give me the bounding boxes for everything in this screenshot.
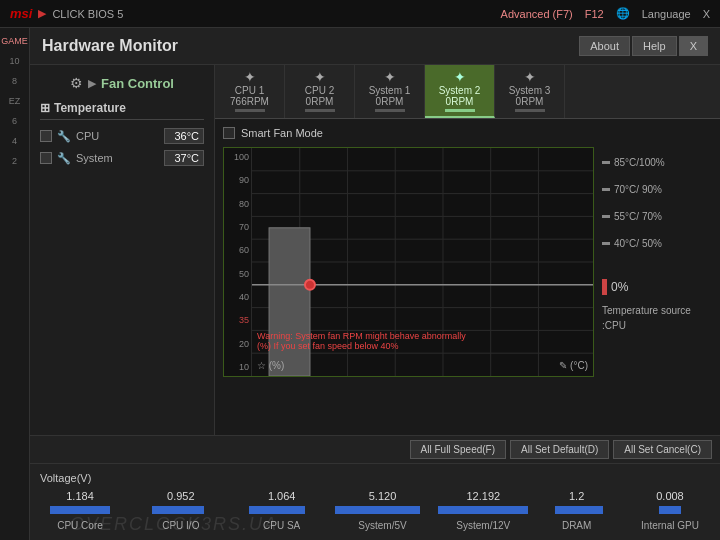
bios-name: CLICK BIOS 5 <box>52 8 123 20</box>
scale-row-4: 40°C/ 50% <box>602 238 712 249</box>
voltage-labels-row: CPU Core CPU I/O CPU SA System/5V System… <box>40 520 710 531</box>
celsius-icon: ✎ (°C) <box>559 360 588 371</box>
scale-bar-1 <box>602 161 610 164</box>
set-default-button[interactable]: All Set Default(D) <box>510 440 609 459</box>
voltage-lbl-0: CPU Core <box>40 520 120 531</box>
top-bar-right: Advanced (F7) F12 🌐 Language X <box>501 7 710 20</box>
scale-label-1: 85°C/100% <box>614 157 665 168</box>
scale-row-3: 55°C/ 70% <box>602 211 712 222</box>
voltage-bar-wrap-2 <box>237 506 317 514</box>
voltage-bar-0 <box>50 506 110 514</box>
sidebar-item-game[interactable]: GAME <box>0 33 29 49</box>
sidebar-item-8[interactable]: 8 <box>0 73 29 89</box>
voltage-lbl-2: CPU SA <box>242 520 322 531</box>
percent-bar-indicator <box>602 279 607 295</box>
fan-tab-cpu2[interactable]: ✦ CPU 2 0RPM <box>285 65 355 118</box>
fan-tab-name-sys1: System 1 <box>369 85 411 96</box>
y-label-40: 40 <box>226 292 249 302</box>
y-label-70: 70 <box>226 222 249 232</box>
voltage-lbl-3: System/5V <box>342 520 422 531</box>
sidebar-item-4[interactable]: 4 <box>0 133 29 149</box>
voltage-bar-wrap-6 <box>630 506 710 514</box>
y-label-50: 50 <box>226 269 249 279</box>
voltage-title: Voltage(V) <box>40 472 710 484</box>
percent-display: 0% <box>602 279 712 295</box>
fan-tab-icon-cpu1: ✦ <box>244 69 256 85</box>
system-temp-checkbox[interactable] <box>40 152 52 164</box>
voltage-val-4: 12.192 <box>443 490 523 502</box>
top-close-btn[interactable]: X <box>703 8 710 20</box>
cpu-temp-label: CPU <box>76 130 159 142</box>
fan-tab-rpm-cpu2: 0RPM <box>306 96 334 107</box>
warning-area: Warning: System fan RPM might behave abn… <box>257 331 588 351</box>
msi-logo: msi <box>10 6 32 21</box>
fan-tab-name-sys3: System 3 <box>509 85 551 96</box>
voltage-lbl-5: DRAM <box>544 520 609 531</box>
sidebar-item-ez[interactable]: EZ <box>0 93 29 109</box>
fan-tab-rpm-sys3: 0RPM <box>516 96 544 107</box>
graph-bottom-row: ☆ (%) ✎ (°C) <box>257 360 588 371</box>
warning-text-2: (%) If you set fan speed below 40% <box>257 341 588 351</box>
voltage-val-3: 5.120 <box>342 490 422 502</box>
smart-fan-row: Smart Fan Mode <box>223 127 594 139</box>
cpu-temp-checkbox[interactable] <box>40 130 52 142</box>
fan-tab-icon-sys3: ✦ <box>524 69 536 85</box>
fan-tab-sys2[interactable]: ✦ System 2 0RPM <box>425 65 495 118</box>
smart-fan-checkbox[interactable] <box>223 127 235 139</box>
fan-tab-name-cpu1: CPU 1 <box>235 85 264 96</box>
scale-bar-2 <box>602 188 610 191</box>
smart-fan-label: Smart Fan Mode <box>241 127 323 139</box>
sidebar-item-6[interactable]: 6 <box>0 113 29 129</box>
fan-tab-bar-cpu2 <box>305 109 335 112</box>
mode-label: Advanced (F7) <box>501 8 573 20</box>
voltage-lbl-4: System/12V <box>443 520 523 531</box>
fan-tab-icon-sys2: ✦ <box>454 69 466 85</box>
fan-tab-bar-sys1 <box>375 109 405 112</box>
language-label[interactable]: Language <box>642 8 691 20</box>
graph-container: Smart Fan Mode 100 90 80 70 60 50 40 <box>215 119 720 385</box>
sidebar-item-10[interactable]: 10 <box>0 53 29 69</box>
voltage-bar-wrap-0 <box>40 506 120 514</box>
fan-panel: ⚙ ▶ Fan Control ⊞ Temperature 🔧 CPU 36°C… <box>30 65 720 435</box>
full-speed-button[interactable]: All Full Speed(F) <box>410 440 506 459</box>
page-header: Hardware Monitor About Help X <box>30 28 720 65</box>
cpu-wrench-icon: 🔧 <box>57 130 71 143</box>
voltage-bar-5 <box>555 506 603 514</box>
fan-tab-sys1[interactable]: ✦ System 1 0RPM <box>355 65 425 118</box>
voltage-bar-2 <box>249 506 305 514</box>
sidebar-item-2[interactable]: 2 <box>0 153 29 169</box>
voltage-val-2: 1.064 <box>242 490 322 502</box>
voltage-bar-wrap-1 <box>138 506 218 514</box>
y-label-10: 10 <box>226 362 249 372</box>
fan-tab-cpu1[interactable]: ✦ CPU 1 766RPM <box>215 65 285 118</box>
set-cancel-button[interactable]: All Set Cancel(C) <box>613 440 712 459</box>
y-label-90: 90 <box>226 175 249 185</box>
help-button[interactable]: Help <box>632 36 677 56</box>
f12-btn[interactable]: F12 <box>585 8 604 20</box>
voltage-val-6: 0.008 <box>630 490 710 502</box>
fan-tab-sys3[interactable]: ✦ System 3 0RPM <box>495 65 565 118</box>
y-label-80: 80 <box>226 199 249 209</box>
left-panel: ⚙ ▶ Fan Control ⊞ Temperature 🔧 CPU 36°C… <box>30 65 215 435</box>
percent-icon: ☆ (%) <box>257 360 284 371</box>
voltage-bar-4 <box>438 506 528 514</box>
warning-text-1: Warning: System fan RPM might behave abn… <box>257 331 588 341</box>
voltage-section: Voltage(V) 1.184 0.952 1.064 5.120 12.19… <box>30 464 720 539</box>
scale-label-4: 40°C/ 50% <box>614 238 662 249</box>
graph-area[interactable]: Warning: System fan RPM might behave abn… <box>252 148 593 376</box>
y-axis: 100 90 80 70 60 50 40 35 20 10 <box>224 148 252 376</box>
voltage-values-row: 1.184 0.952 1.064 5.120 12.192 1.2 0.008 <box>40 490 710 502</box>
close-button[interactable]: X <box>679 36 708 56</box>
voltage-bar-1 <box>152 506 204 514</box>
fan-tab-rpm-cpu1: 766RPM <box>230 96 269 107</box>
fan-tab-icon-cpu2: ✦ <box>314 69 326 85</box>
scale-row-1: 85°C/100% <box>602 157 712 168</box>
fan-tab-rpm-sys2: 0RPM <box>446 96 474 107</box>
scale-bar-3 <box>602 215 610 218</box>
about-button[interactable]: About <box>579 36 630 56</box>
fan-icon-arrow: ▶ <box>88 77 96 90</box>
system-temp-value: 37°C <box>164 150 204 166</box>
scale-bar-4 <box>602 242 610 245</box>
voltage-val-5: 1.2 <box>544 490 609 502</box>
graph-scale: 85°C/100% 70°C/ 90% 55°C/ 70% 40°C/ 50% <box>602 127 712 377</box>
